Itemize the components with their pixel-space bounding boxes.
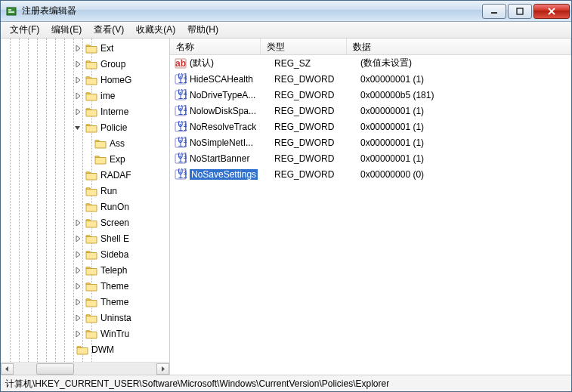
value-row[interactable]: 011110NoSimpleNetI...REG_DWORD0x00000001… — [170, 134, 571, 150]
folder-icon — [85, 265, 97, 276]
close-button[interactable] — [533, 4, 570, 19]
expand-icon[interactable] — [73, 250, 82, 259]
tree-item-label: RADAF — [100, 170, 131, 181]
title-bar[interactable]: 注册表编辑器 — [1, 1, 571, 22]
folder-icon — [85, 202, 97, 212]
expand-icon[interactable] — [73, 298, 82, 307]
status-path: 计算机\HKEY_CURRENT_USER\Software\Microsoft… — [5, 378, 389, 389]
tree-item[interactable]: DWM — [1, 341, 169, 357]
tree-scroll[interactable]: ExtGroupHomeGimeInternePolicieAssExpRADA… — [1, 39, 169, 362]
tree-item[interactable]: WinTru — [1, 326, 169, 341]
expand-icon[interactable] — [73, 76, 82, 85]
scroll-thumb[interactable] — [36, 363, 74, 375]
tree-item-label: Shell E — [100, 233, 129, 244]
expand-icon[interactable] — [73, 91, 82, 100]
value-data: 0x00000001 (1) — [360, 137, 571, 148]
folder-icon — [85, 43, 97, 54]
tree-item[interactable]: Sideba — [1, 246, 169, 262]
tree-item[interactable]: Teleph — [1, 262, 169, 278]
tree-item[interactable]: Run — [1, 183, 169, 199]
minimize-button[interactable] — [482, 4, 506, 19]
svg-text:110: 110 — [178, 91, 187, 101]
expand-icon[interactable] — [73, 218, 82, 227]
svg-text:110: 110 — [178, 138, 187, 149]
value-row[interactable]: 011110NolowDiskSpa...REG_DWORD0x00000001… — [170, 103, 571, 119]
tree-item[interactable]: HomeG — [1, 72, 169, 88]
value-row[interactable]: 011110NoSaveSettingsREG_DWORD0x00000000 … — [170, 166, 571, 182]
tree-item-label: WinTru — [100, 329, 129, 339]
menu-favorites[interactable]: 收藏夹(A) — [130, 22, 181, 38]
tree-item[interactable]: Shell — [1, 357, 169, 362]
svg-text:110: 110 — [178, 154, 187, 165]
menu-help[interactable]: 帮助(H) — [181, 22, 224, 38]
value-name: (默认) — [190, 57, 274, 69]
column-name[interactable]: 名称 — [170, 39, 261, 54]
folder-icon — [85, 106, 97, 117]
menu-edit[interactable]: 编辑(E) — [45, 22, 88, 38]
value-type: REG_DWORD — [274, 74, 360, 85]
collapse-icon[interactable] — [73, 123, 82, 132]
tree-item[interactable]: Group — [1, 56, 169, 72]
maximize-button[interactable] — [508, 4, 532, 19]
value-row[interactable]: 011110NoStartBannerREG_DWORD0x00000001 (… — [170, 150, 571, 166]
tree-item[interactable]: RADAF — [1, 167, 169, 183]
menu-file[interactable]: 文件(F) — [4, 22, 45, 38]
svg-marker-10 — [76, 93, 80, 99]
expand-icon[interactable] — [73, 266, 82, 275]
tree-item[interactable]: Policie — [1, 119, 169, 135]
values-pane: 名称 类型 数据 ab(默认)REG_SZ(数值未设置)011110HideSC… — [170, 39, 571, 375]
expand-icon[interactable] — [64, 361, 73, 363]
tree-item[interactable]: RunOn — [1, 199, 169, 215]
value-row[interactable]: ab(默认)REG_SZ(数值未设置) — [170, 55, 571, 71]
value-row[interactable]: 011110NoResolveTrackREG_DWORD0x00000001 … — [170, 119, 571, 134]
value-type: REG_DWORD — [274, 169, 360, 180]
scroll-right-button[interactable] — [156, 363, 169, 375]
tree-item[interactable]: Shell E — [1, 230, 169, 246]
menu-view[interactable]: 查看(V) — [88, 22, 130, 38]
window-title: 注册表编辑器 — [22, 5, 481, 17]
list-header: 名称 类型 数据 — [170, 39, 571, 55]
value-name: NoDriveTypeA... — [190, 90, 274, 100]
tree-item[interactable]: Ext — [1, 40, 169, 56]
tree-item[interactable]: Theme — [1, 294, 169, 310]
tree-item[interactable]: Exp — [1, 151, 169, 167]
value-row[interactable]: 011110NoDriveTypeA...REG_DWORD0x000000b5… — [170, 87, 571, 103]
tree-item-label: DWM — [91, 344, 114, 355]
folder-icon — [85, 281, 97, 292]
expand-icon[interactable] — [73, 107, 82, 116]
expand-icon[interactable] — [73, 329, 82, 338]
tree-item-label: Group — [100, 59, 125, 69]
values-list[interactable]: ab(默认)REG_SZ(数值未设置)011110HideSCAHealthRE… — [170, 55, 571, 375]
tree-item-label: Ass — [110, 138, 125, 149]
expand-icon[interactable] — [73, 234, 82, 243]
svg-marker-22 — [5, 366, 8, 372]
scroll-track[interactable] — [14, 363, 156, 375]
expand-icon[interactable] — [73, 44, 82, 53]
dword-value-icon: 011110 — [175, 105, 187, 117]
svg-marker-16 — [76, 267, 80, 273]
svg-marker-20 — [76, 331, 80, 337]
tree-h-scrollbar[interactable] — [1, 362, 169, 375]
tree-item[interactable]: Uninsta — [1, 310, 169, 326]
svg-text:110: 110 — [178, 75, 187, 85]
column-data[interactable]: 数据 — [347, 39, 571, 54]
expand-icon[interactable] — [73, 313, 82, 323]
expand-icon — [64, 345, 73, 354]
expand-icon[interactable] — [73, 282, 82, 291]
svg-marker-9 — [76, 77, 80, 83]
value-row[interactable]: 011110HideSCAHealthREG_DWORD0x00000001 (… — [170, 71, 571, 87]
tree-item-label: Ext — [100, 43, 113, 54]
tree-item[interactable]: Interne — [1, 103, 169, 119]
tree-item[interactable]: ime — [1, 88, 169, 103]
tree-item[interactable]: Ass — [1, 135, 169, 151]
tree-item[interactable]: Screen — [1, 215, 169, 230]
tree-item-label: Sideba — [100, 249, 128, 260]
tree-item[interactable]: Theme — [1, 278, 169, 294]
svg-text:110: 110 — [178, 122, 187, 133]
registry-tree[interactable]: ExtGroupHomeGimeInternePolicieAssExpRADA… — [1, 40, 169, 362]
folder-icon — [76, 344, 88, 355]
scroll-left-button[interactable] — [1, 363, 14, 375]
column-type[interactable]: 类型 — [261, 39, 347, 54]
svg-rect-1 — [8, 9, 11, 11]
expand-icon[interactable] — [73, 60, 82, 69]
